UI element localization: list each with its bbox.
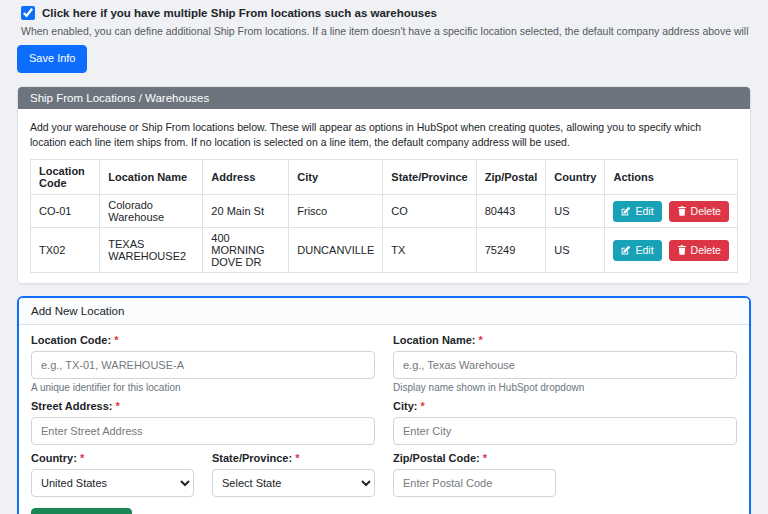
location-name-field-group: Location Name: * Display name shown in H… (393, 334, 737, 393)
ship-from-settings: Click here if you have multiple Ship Fro… (0, 0, 768, 514)
delete-button-label: Delete (691, 244, 721, 257)
add-location-card: Add New Location Location Code: * A uniq… (17, 296, 751, 514)
zip-label: Zip/Postal Code: * (393, 452, 556, 464)
col-actions: Actions (605, 160, 738, 195)
locations-description: Add your warehouse or Ship From location… (30, 120, 738, 150)
col-state: State/Province (383, 160, 476, 195)
add-location-title: Add New Location (19, 298, 749, 325)
cell-location-code: CO-01 (31, 195, 100, 228)
state-select[interactable]: Select State (212, 469, 375, 497)
location-code-field-group: Location Code: * A unique identifier for… (31, 334, 375, 393)
location-row: CO-01 Colorado Warehouse 20 Main St Fris… (31, 195, 738, 228)
street-address-input[interactable] (31, 417, 375, 445)
cell-state: TX (383, 228, 476, 273)
state-field-group: State/Province: * Select State (212, 452, 375, 497)
required-marker: * (479, 334, 483, 346)
header-row: Location Code Location Name Address City… (31, 160, 738, 195)
cell-zip: 75249 (476, 228, 546, 273)
toggle-help-text: When enabled, you can define additional … (17, 25, 751, 37)
col-city: City (289, 160, 383, 195)
locations-card: Ship From Locations / Warehouses Add you… (17, 86, 751, 284)
edit-button[interactable]: Edit (613, 201, 661, 222)
cell-state: CO (383, 195, 476, 228)
required-marker: * (80, 452, 84, 464)
required-marker: * (114, 334, 118, 346)
country-select[interactable]: United States (31, 469, 194, 497)
required-marker: * (483, 452, 487, 464)
city-input[interactable] (393, 417, 737, 445)
location-row: TX02 TEXAS WAREHOUSE2 400 MORNING DOVE D… (31, 228, 738, 273)
required-marker: * (116, 400, 120, 412)
multiple-locations-toggle-row: Click here if you have multiple Ship Fro… (17, 6, 751, 20)
multiple-locations-label: Click here if you have multiple Ship Fro… (42, 7, 437, 19)
cell-actions: Edit Delete (605, 195, 738, 228)
cell-location-name: TEXAS WAREHOUSE2 (100, 228, 203, 273)
col-zip: Zip/Postal (476, 160, 546, 195)
edit-button[interactable]: Edit (613, 240, 661, 261)
locations-table-header: Location Code Location Name Address City… (31, 160, 738, 195)
country-label: Country: * (31, 452, 194, 464)
delete-button-label: Delete (691, 205, 721, 218)
form-row-2: Street Address: * City: * (31, 400, 737, 445)
add-location-button[interactable]: + Add Location (31, 508, 132, 514)
multiple-locations-section: Click here if you have multiple Ship Fro… (17, 6, 751, 73)
cell-location-code: TX02 (31, 228, 100, 273)
required-marker: * (421, 400, 425, 412)
delete-button[interactable]: Delete (669, 201, 729, 222)
edit-button-label: Edit (635, 244, 653, 257)
state-label: State/Province: * (212, 452, 375, 464)
form-row-3: Country: * United States State/Province:… (31, 452, 737, 497)
locations-table-body: CO-01 Colorado Warehouse 20 Main St Fris… (31, 195, 738, 273)
country-field-group: Country: * United States (31, 452, 194, 497)
form-row-1: Location Code: * A unique identifier for… (31, 334, 737, 393)
cell-actions: Edit Delete (605, 228, 738, 273)
col-address: Address (203, 160, 289, 195)
trash-icon (677, 245, 687, 255)
location-code-label: Location Code: * (31, 334, 375, 346)
edit-button-label: Edit (635, 205, 653, 218)
cell-location-name: Colorado Warehouse (100, 195, 203, 228)
location-name-label: Location Name: * (393, 334, 737, 346)
cell-city: DUNCANVILLE (289, 228, 383, 273)
cell-city: Frisco (289, 195, 383, 228)
add-location-form: Location Code: * A unique identifier for… (19, 325, 749, 514)
page: { "toggle": { "label": "Click here if yo… (0, 0, 768, 514)
edit-icon (621, 206, 631, 216)
col-location-code: Location Code (31, 160, 100, 195)
save-info-button[interactable]: Save Info (17, 45, 87, 73)
delete-button[interactable]: Delete (669, 240, 729, 261)
cell-zip: 80443 (476, 195, 546, 228)
street-address-label: Street Address: * (31, 400, 375, 412)
col-location-name: Location Name (100, 160, 203, 195)
cell-country: US (546, 195, 605, 228)
locations-table: Location Code Location Name Address City… (30, 159, 738, 273)
col-country: Country (546, 160, 605, 195)
required-marker: * (295, 452, 299, 464)
street-address-field-group: Street Address: * (31, 400, 375, 445)
cell-address: 400 MORNING DOVE DR (203, 228, 289, 273)
edit-icon (621, 245, 631, 255)
location-name-help: Display name shown in HubSpot dropdown (393, 382, 737, 393)
city-field-group: City: * (393, 400, 737, 445)
form-row-3-spacer (574, 452, 737, 497)
city-label: City: * (393, 400, 737, 412)
locations-card-body: Add your warehouse or Ship From location… (18, 109, 750, 283)
location-code-help: A unique identifier for this location (31, 382, 375, 393)
cell-country: US (546, 228, 605, 273)
multiple-locations-checkbox[interactable] (21, 6, 35, 20)
zip-field-group: Zip/Postal Code: * (393, 452, 556, 497)
trash-icon (677, 206, 687, 216)
cell-address: 20 Main St (203, 195, 289, 228)
location-name-input[interactable] (393, 351, 737, 379)
zip-input[interactable] (393, 469, 556, 497)
locations-card-title: Ship From Locations / Warehouses (18, 87, 750, 109)
location-code-input[interactable] (31, 351, 375, 379)
